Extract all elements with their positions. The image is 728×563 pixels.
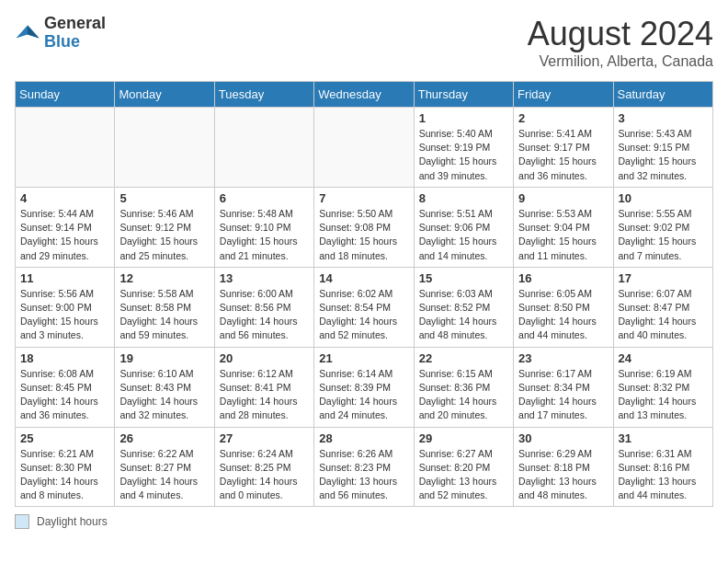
day-info: Sunrise: 6:10 AMSunset: 8:43 PMDaylight:… bbox=[119, 367, 209, 423]
calendar-cell bbox=[16, 108, 115, 188]
calendar-cell: 23Sunrise: 6:17 AMSunset: 8:34 PMDayligh… bbox=[514, 347, 613, 427]
calendar-cell: 9Sunrise: 5:53 AMSunset: 9:04 PMDaylight… bbox=[514, 187, 613, 267]
calendar-day-header: Monday bbox=[115, 82, 214, 108]
day-number: 28 bbox=[319, 431, 408, 445]
calendar-cell: 13Sunrise: 6:00 AMSunset: 8:56 PMDayligh… bbox=[214, 267, 313, 347]
calendar-cell: 12Sunrise: 5:58 AMSunset: 8:58 PMDayligh… bbox=[115, 267, 214, 347]
day-number: 12 bbox=[119, 271, 209, 285]
day-number: 18 bbox=[20, 351, 109, 365]
calendar-week-row: 4Sunrise: 5:44 AMSunset: 9:14 PMDaylight… bbox=[16, 187, 713, 267]
day-info: Sunrise: 5:43 AMSunset: 9:15 PMDaylight:… bbox=[619, 127, 708, 183]
day-info: Sunrise: 6:24 AMSunset: 8:25 PMDaylight:… bbox=[220, 447, 309, 503]
calendar-day-header: Thursday bbox=[414, 82, 513, 108]
day-info: Sunrise: 6:21 AMSunset: 8:30 PMDaylight:… bbox=[20, 447, 109, 503]
calendar-week-row: 18Sunrise: 6:08 AMSunset: 8:45 PMDayligh… bbox=[16, 347, 713, 427]
day-info: Sunrise: 6:00 AMSunset: 8:56 PMDaylight:… bbox=[220, 287, 309, 343]
day-number: 9 bbox=[518, 191, 608, 205]
calendar-cell: 31Sunrise: 6:31 AMSunset: 8:16 PMDayligh… bbox=[613, 427, 712, 507]
calendar-cell: 4Sunrise: 5:44 AMSunset: 9:14 PMDaylight… bbox=[16, 187, 115, 267]
calendar-day-header: Friday bbox=[514, 82, 613, 108]
day-number: 8 bbox=[419, 191, 508, 205]
day-info: Sunrise: 5:46 AMSunset: 9:12 PMDaylight:… bbox=[119, 207, 209, 263]
calendar-cell: 10Sunrise: 5:55 AMSunset: 9:02 PMDayligh… bbox=[613, 187, 712, 267]
day-info: Sunrise: 5:51 AMSunset: 9:06 PMDaylight:… bbox=[419, 207, 508, 263]
calendar-week-row: 11Sunrise: 5:56 AMSunset: 9:00 PMDayligh… bbox=[16, 267, 713, 347]
calendar-cell: 6Sunrise: 5:48 AMSunset: 9:10 PMDaylight… bbox=[214, 187, 313, 267]
day-info: Sunrise: 5:58 AMSunset: 8:58 PMDaylight:… bbox=[119, 287, 209, 343]
day-info: Sunrise: 6:02 AMSunset: 8:54 PMDaylight:… bbox=[319, 287, 408, 343]
calendar-cell: 29Sunrise: 6:27 AMSunset: 8:20 PMDayligh… bbox=[414, 427, 513, 507]
location: Vermilion, Alberta, Canada bbox=[528, 53, 713, 70]
day-info: Sunrise: 6:22 AMSunset: 8:27 PMDaylight:… bbox=[119, 447, 209, 503]
calendar-day-header: Saturday bbox=[613, 82, 712, 108]
logo-general: General bbox=[44, 15, 106, 33]
calendar-header-row: SundayMondayTuesdayWednesdayThursdayFrid… bbox=[16, 82, 713, 108]
day-number: 24 bbox=[619, 351, 708, 365]
day-number: 19 bbox=[119, 351, 209, 365]
calendar-cell: 7Sunrise: 5:50 AMSunset: 9:08 PMDaylight… bbox=[314, 187, 414, 267]
day-number: 16 bbox=[518, 271, 608, 285]
logo-bird-icon bbox=[15, 20, 40, 46]
day-info: Sunrise: 6:15 AMSunset: 8:36 PMDaylight:… bbox=[419, 367, 508, 423]
day-info: Sunrise: 5:53 AMSunset: 9:04 PMDaylight:… bbox=[518, 207, 608, 263]
day-number: 13 bbox=[220, 271, 309, 285]
logo-text: General Blue bbox=[44, 15, 106, 52]
day-info: Sunrise: 6:07 AMSunset: 8:47 PMDaylight:… bbox=[619, 287, 708, 343]
calendar-week-row: 1Sunrise: 5:40 AMSunset: 9:19 PMDaylight… bbox=[16, 108, 713, 188]
calendar-cell: 20Sunrise: 6:12 AMSunset: 8:41 PMDayligh… bbox=[214, 347, 313, 427]
day-number: 4 bbox=[20, 191, 109, 205]
calendar-cell: 22Sunrise: 6:15 AMSunset: 8:36 PMDayligh… bbox=[414, 347, 513, 427]
calendar-cell: 15Sunrise: 6:03 AMSunset: 8:52 PMDayligh… bbox=[414, 267, 513, 347]
day-info: Sunrise: 6:14 AMSunset: 8:39 PMDaylight:… bbox=[319, 367, 408, 423]
calendar-week-row: 25Sunrise: 6:21 AMSunset: 8:30 PMDayligh… bbox=[16, 427, 713, 507]
day-number: 27 bbox=[220, 431, 309, 445]
day-info: Sunrise: 5:55 AMSunset: 9:02 PMDaylight:… bbox=[619, 207, 708, 263]
calendar-cell: 8Sunrise: 5:51 AMSunset: 9:06 PMDaylight… bbox=[414, 187, 513, 267]
day-info: Sunrise: 5:44 AMSunset: 9:14 PMDaylight:… bbox=[20, 207, 109, 263]
legend-color-box bbox=[15, 514, 29, 529]
calendar-cell: 17Sunrise: 6:07 AMSunset: 8:47 PMDayligh… bbox=[613, 267, 712, 347]
day-number: 31 bbox=[619, 431, 708, 445]
day-info: Sunrise: 5:50 AMSunset: 9:08 PMDaylight:… bbox=[319, 207, 408, 263]
calendar-cell bbox=[314, 108, 414, 188]
calendar-day-header: Sunday bbox=[16, 82, 115, 108]
day-info: Sunrise: 6:12 AMSunset: 8:41 PMDaylight:… bbox=[220, 367, 309, 423]
calendar-cell: 18Sunrise: 6:08 AMSunset: 8:45 PMDayligh… bbox=[16, 347, 115, 427]
day-info: Sunrise: 6:19 AMSunset: 8:32 PMDaylight:… bbox=[619, 367, 708, 423]
day-info: Sunrise: 6:27 AMSunset: 8:20 PMDaylight:… bbox=[419, 447, 508, 503]
day-number: 6 bbox=[220, 191, 309, 205]
calendar-cell: 27Sunrise: 6:24 AMSunset: 8:25 PMDayligh… bbox=[214, 427, 313, 507]
day-number: 20 bbox=[220, 351, 309, 365]
calendar-day-header: Tuesday bbox=[214, 82, 313, 108]
calendar-cell bbox=[214, 108, 313, 188]
calendar-cell: 21Sunrise: 6:14 AMSunset: 8:39 PMDayligh… bbox=[314, 347, 414, 427]
day-info: Sunrise: 6:29 AMSunset: 8:18 PMDaylight:… bbox=[518, 447, 608, 503]
day-number: 7 bbox=[319, 191, 408, 205]
day-info: Sunrise: 6:03 AMSunset: 8:52 PMDaylight:… bbox=[419, 287, 508, 343]
day-number: 15 bbox=[419, 271, 508, 285]
calendar-cell: 2Sunrise: 5:41 AMSunset: 9:17 PMDaylight… bbox=[514, 108, 613, 188]
day-info: Sunrise: 6:26 AMSunset: 8:23 PMDaylight:… bbox=[319, 447, 408, 503]
day-number: 25 bbox=[20, 431, 109, 445]
calendar-day-header: Wednesday bbox=[314, 82, 414, 108]
calendar-cell: 25Sunrise: 6:21 AMSunset: 8:30 PMDayligh… bbox=[16, 427, 115, 507]
day-info: Sunrise: 6:17 AMSunset: 8:34 PMDaylight:… bbox=[518, 367, 608, 423]
logo-blue: Blue bbox=[44, 33, 106, 52]
day-info: Sunrise: 5:40 AMSunset: 9:19 PMDaylight:… bbox=[419, 127, 508, 183]
day-number: 5 bbox=[119, 191, 209, 205]
svg-marker-1 bbox=[28, 25, 40, 38]
day-info: Sunrise: 5:41 AMSunset: 9:17 PMDaylight:… bbox=[518, 127, 608, 183]
day-info: Sunrise: 6:05 AMSunset: 8:50 PMDaylight:… bbox=[518, 287, 608, 343]
day-info: Sunrise: 5:56 AMSunset: 9:00 PMDaylight:… bbox=[20, 287, 109, 343]
title-block: August 2024 Vermilion, Alberta, Canada bbox=[528, 15, 713, 70]
calendar-cell: 26Sunrise: 6:22 AMSunset: 8:27 PMDayligh… bbox=[115, 427, 214, 507]
calendar-cell: 16Sunrise: 6:05 AMSunset: 8:50 PMDayligh… bbox=[514, 267, 613, 347]
day-number: 17 bbox=[619, 271, 708, 285]
day-number: 29 bbox=[419, 431, 508, 445]
day-number: 2 bbox=[518, 111, 608, 125]
day-number: 22 bbox=[419, 351, 508, 365]
calendar-cell: 14Sunrise: 6:02 AMSunset: 8:54 PMDayligh… bbox=[314, 267, 414, 347]
legend-label: Daylight hours bbox=[37, 515, 108, 528]
day-number: 1 bbox=[419, 111, 508, 125]
day-number: 23 bbox=[518, 351, 608, 365]
